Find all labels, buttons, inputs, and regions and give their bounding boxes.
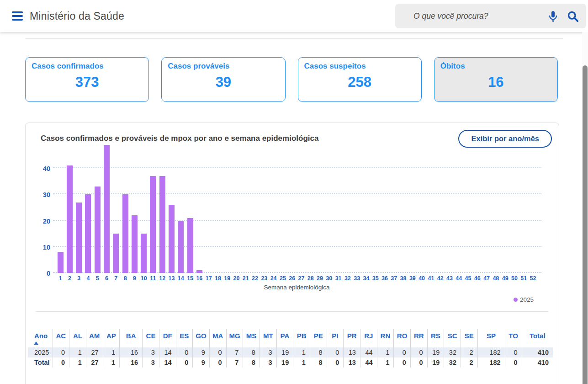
card-casos-confirmados[interactable]: Casos confirmados 373 [25,57,149,102]
x-tick-16: 16 [195,275,204,282]
scrollbar-thumb[interactable] [583,65,588,384]
bar-week-11[interactable] [150,176,156,273]
card-obitos[interactable]: Óbitos 16 [434,57,558,102]
column-header-df[interactable]: DF [159,329,176,347]
column-header-mg[interactable]: MG [226,329,243,347]
x-tick-31: 31 [334,275,343,282]
column-header-total[interactable]: Total [522,329,553,347]
x-tick-47: 47 [482,275,491,282]
bar-week-13[interactable] [169,205,175,273]
x-tick-5: 5 [93,275,102,282]
x-tick-14: 14 [176,275,185,282]
bar-week-15[interactable] [187,218,193,273]
cell-sp: 182 [477,347,505,357]
bar-slot [204,142,213,273]
bar-slot [250,142,260,273]
bar-slot [334,142,343,273]
column-header-rr[interactable]: RR [410,329,427,347]
cell-rj: 44 [360,347,377,357]
bar-slot [121,142,130,273]
column-header-mt[interactable]: MT [260,329,276,347]
column-header-go[interactable]: GO [193,329,210,347]
cell-total: 410 [522,357,553,368]
cell-pr: 13 [344,347,360,357]
y-tick-20: 20 [36,218,50,225]
column-header-to[interactable]: TO [505,329,522,347]
card-casos-suspeitos[interactable]: Casos suspeitos 258 [298,57,422,102]
bar-slot [528,142,537,273]
bar-week-12[interactable] [159,176,165,273]
x-tick-36: 36 [380,275,389,282]
column-header-sc[interactable]: SC [444,329,461,347]
column-header-ma[interactable]: MA [209,329,226,347]
column-header-se[interactable]: SE [461,329,477,347]
search-input[interactable] [413,11,540,21]
chart-area: 010203040 [56,142,538,273]
y-tick-40: 40 [36,165,50,172]
bar-week-6[interactable] [104,145,110,273]
x-tick-17: 17 [204,275,213,282]
bar-week-5[interactable] [95,187,101,273]
microphone-icon[interactable] [547,10,559,22]
bar-week-3[interactable] [76,203,82,273]
cell-es: 0 [176,347,193,357]
column-header-rn[interactable]: RN [377,329,394,347]
chart-legend[interactable]: 2025 [26,296,534,303]
cell-rj: 44 [360,357,377,368]
column-header-pb[interactable]: PB [293,329,310,347]
search-icon[interactable] [567,10,579,22]
column-header-es[interactable]: ES [176,329,193,347]
x-tick-3: 3 [74,275,84,282]
cell-ac: 0 [53,347,69,357]
cell-rs: 19 [427,357,444,368]
column-header-ba[interactable]: BA [120,329,143,347]
cell-ms: 8 [243,347,260,357]
x-tick-23: 23 [260,275,269,282]
bar-slot [398,142,408,273]
bar-week-8[interactable] [122,194,128,273]
bar-week-1[interactable] [58,252,64,273]
cell-mt: 3 [260,357,276,368]
bar-week-16[interactable] [196,270,202,273]
x-tick-42: 42 [436,275,445,282]
x-tick-41: 41 [426,275,435,282]
bar-week-4[interactable] [85,194,91,273]
x-tick-35: 35 [371,275,380,282]
card-casos-provaveis[interactable]: Casos prováveis 39 [161,57,285,102]
search-box[interactable] [395,4,586,28]
bar-week-10[interactable] [141,234,147,273]
cell-ap: 1 [103,357,120,368]
bar-slot [380,142,389,273]
column-header-ms[interactable]: MS [243,329,260,347]
bar-slot [65,142,74,273]
bar-slot [260,142,269,273]
column-header-rj[interactable]: RJ [360,329,377,347]
x-tick-21: 21 [241,275,250,282]
column-header-ce[interactable]: CE [143,329,159,347]
column-header-al[interactable]: AL [69,329,86,347]
x-tick-51: 51 [519,275,528,282]
bar-slot [56,142,65,273]
cell-ce: 3 [143,357,159,368]
column-header-ac[interactable]: AC [53,329,69,347]
scrollbar-track[interactable] [582,32,588,384]
column-header-ro[interactable]: RO [394,329,411,347]
column-header-pi[interactable]: PI [327,329,344,347]
column-header-ap[interactable]: AP [103,329,120,347]
column-header-am[interactable]: AM [86,329,103,347]
column-header-rs[interactable]: RS [427,329,444,347]
bar-slot [463,142,472,273]
x-tick-27: 27 [297,275,306,282]
column-header-pa[interactable]: PA [276,329,293,347]
bar-week-14[interactable] [178,221,184,273]
column-header-pr[interactable]: PR [344,329,360,347]
hamburger-menu-icon[interactable] [12,10,23,22]
cell-df: 14 [159,347,176,357]
bar-week-9[interactable] [132,215,138,273]
column-header-sp[interactable]: SP [477,329,505,347]
column-header-pe[interactable]: PE [310,329,327,347]
chart-x-axis-title: Semana epidemiológica [56,284,538,291]
bar-week-7[interactable] [113,234,119,273]
column-header-ano[interactable]: Ano [28,329,53,347]
bar-week-2[interactable] [67,165,73,273]
